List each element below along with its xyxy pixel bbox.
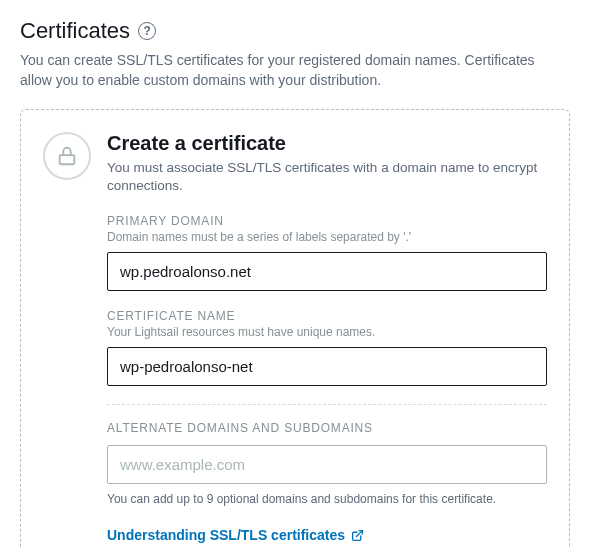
svg-line-1 xyxy=(356,531,362,537)
alternate-domain-input[interactable] xyxy=(107,445,547,484)
alternate-domains-label: ALTERNATE DOMAINS AND SUBDOMAINS xyxy=(107,421,547,435)
card-subtitle: You must associate SSL/TLS certificates … xyxy=(107,159,547,197)
alternate-domains-hint: You can add up to 9 optional domains and… xyxy=(107,492,547,506)
help-icon[interactable]: ? xyxy=(138,22,156,40)
page-title: Certificates xyxy=(20,18,130,44)
page-description: You can create SSL/TLS certificates for … xyxy=(20,50,560,91)
external-link-icon xyxy=(351,529,364,542)
certificate-name-label: CERTIFICATE NAME xyxy=(107,309,547,323)
link-label: Understanding SSL/TLS certificates xyxy=(107,527,345,543)
lock-icon xyxy=(43,132,91,180)
certificate-name-hint: Your Lightsail resources must have uniqu… xyxy=(107,325,547,339)
certificate-name-input[interactable] xyxy=(107,347,547,386)
understanding-ssl-link[interactable]: Understanding SSL/TLS certificates xyxy=(107,527,364,543)
primary-domain-hint: Domain names must be a series of labels … xyxy=(107,230,547,244)
card-title: Create a certificate xyxy=(107,132,547,155)
svg-rect-0 xyxy=(60,155,75,164)
primary-domain-input[interactable] xyxy=(107,252,547,291)
create-certificate-card: Create a certificate You must associate … xyxy=(20,109,570,548)
divider xyxy=(107,404,547,405)
primary-domain-label: PRIMARY DOMAIN xyxy=(107,214,547,228)
